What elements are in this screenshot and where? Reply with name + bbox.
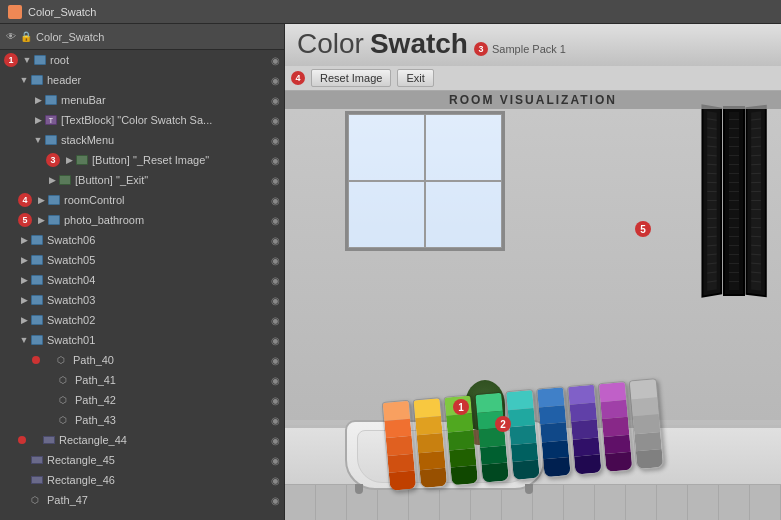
- tree-label-Path_40: Path_40: [73, 354, 271, 366]
- swatch-card-5[interactable]: [536, 386, 572, 478]
- eye-btn-stackMenu[interactable]: ◉: [271, 135, 280, 146]
- tree-label-photo_bathroom: photo_bathroom: [64, 214, 271, 226]
- tree-item-Swatch03[interactable]: Swatch03◉: [0, 290, 284, 310]
- tree-arrow-Swatch04[interactable]: [18, 275, 30, 285]
- badge-photo_bathroom: 5: [18, 213, 32, 227]
- tree-arrow-header[interactable]: [18, 75, 30, 85]
- tree-arrow-Swatch01[interactable]: [18, 335, 30, 345]
- tree-item-Path_43[interactable]: ⬡Path_43◉: [0, 410, 284, 430]
- node-icon-photo_bathroom: [47, 214, 61, 226]
- app-icon: [8, 5, 22, 19]
- tree-item-Path_47[interactable]: ⬡Path_47◉: [0, 490, 284, 510]
- node-icon-Rectangle_44: [42, 434, 56, 446]
- swatch-card-4[interactable]: [505, 389, 541, 481]
- tree-container[interactable]: 1root◉header◉menuBar◉T[TextBlock] "Color…: [0, 50, 284, 520]
- eye-btn-Path_42[interactable]: ◉: [271, 395, 280, 406]
- tree-item-Rectangle_44[interactable]: Rectangle_44◉: [0, 430, 284, 450]
- reset-image-button[interactable]: Reset Image: [311, 69, 391, 87]
- node-icon-Path_42: ⬡: [58, 394, 72, 406]
- swatch-stripe: [481, 463, 508, 483]
- eye-btn-root[interactable]: ◉: [271, 55, 280, 66]
- node-icon-Swatch01: [30, 334, 44, 346]
- tree-arrow-Swatch02[interactable]: [18, 315, 30, 325]
- tree-arrow-menuBar[interactable]: [32, 95, 44, 105]
- swatch-card-6[interactable]: [567, 384, 603, 476]
- eye-btn-photo_bathroom[interactable]: ◉: [271, 215, 280, 226]
- tree-item-Path_41[interactable]: ⬡Path_41◉: [0, 370, 284, 390]
- tree-arrow-textblock[interactable]: [32, 115, 44, 125]
- eye-btn-Rectangle_45[interactable]: ◉: [271, 455, 280, 466]
- swatch-card-1[interactable]: [412, 397, 448, 489]
- tree-item-Swatch06[interactable]: Swatch06◉: [0, 230, 284, 250]
- eye-btn-Rectangle_44[interactable]: ◉: [271, 435, 280, 446]
- tree-label-Rectangle_45: Rectangle_45: [47, 454, 271, 466]
- eye-btn-Swatch03[interactable]: ◉: [271, 295, 280, 306]
- eye-btn-Path_41[interactable]: ◉: [271, 375, 280, 386]
- main-layout: 👁 🔒 Color_Swatch 1root◉header◉menuBar◉T[…: [0, 24, 781, 520]
- app-title: Color Swatch 3 Sample Pack 1: [297, 28, 566, 60]
- sample-pack-text: Sample Pack 1: [492, 43, 566, 55]
- tree-label-root: root: [50, 54, 271, 66]
- tree-arrow-Swatch05[interactable]: [18, 255, 30, 265]
- node-icon-root: [33, 54, 47, 66]
- eye-btn-Swatch04[interactable]: ◉: [271, 275, 280, 286]
- panel-eye-icon[interactable]: 👁: [6, 31, 16, 42]
- tree-item-Path_40[interactable]: ⬡Path_40◉: [0, 350, 284, 370]
- panel-lock-icon[interactable]: 🔒: [20, 31, 32, 42]
- tree-arrow-stackMenu[interactable]: [32, 135, 44, 145]
- eye-btn-btn_exit[interactable]: ◉: [271, 175, 280, 186]
- tree-arrow-btn_exit[interactable]: [46, 175, 58, 185]
- badge-btn_reset: 3: [46, 153, 60, 167]
- eye-btn-Rectangle_46[interactable]: ◉: [271, 475, 280, 486]
- tree-item-header[interactable]: header◉: [0, 70, 284, 90]
- toolbar-badge: 4: [291, 71, 305, 85]
- tree-item-Swatch01[interactable]: Swatch01◉: [0, 330, 284, 350]
- eye-btn-textblock[interactable]: ◉: [271, 115, 280, 126]
- tree-arrow-roomControl[interactable]: [35, 195, 47, 205]
- tree-item-btn_reset[interactable]: 3[Button] "_Reset Image"◉: [0, 150, 284, 170]
- eye-btn-roomControl[interactable]: ◉: [271, 195, 280, 206]
- tree-item-Rectangle_46[interactable]: Rectangle_46◉: [0, 470, 284, 490]
- tree-label-Swatch01: Swatch01: [47, 334, 271, 346]
- tree-item-Rectangle_45[interactable]: Rectangle_45◉: [0, 450, 284, 470]
- tree-item-root[interactable]: 1root◉: [0, 50, 284, 70]
- right-panel: Color Swatch 3 Sample Pack 1 4 Reset Ima…: [285, 24, 781, 520]
- swatch-card-7[interactable]: [598, 381, 634, 473]
- tree-arrow-root[interactable]: [21, 55, 33, 65]
- tree-label-btn_reset: [Button] "_Reset Image": [92, 154, 271, 166]
- eye-btn-Path_40[interactable]: ◉: [271, 355, 280, 366]
- tree-label-Path_41: Path_41: [75, 374, 271, 386]
- eye-btn-Swatch02[interactable]: ◉: [271, 315, 280, 326]
- tree-label-header: header: [47, 74, 271, 86]
- tree-label-btn_exit: [Button] "_Exit": [75, 174, 271, 186]
- eye-btn-header[interactable]: ◉: [271, 75, 280, 86]
- tree-item-textblock[interactable]: T[TextBlock] "Color Swatch Sa...◉: [0, 110, 284, 130]
- eye-btn-menuBar[interactable]: ◉: [271, 95, 280, 106]
- eye-btn-Path_47[interactable]: ◉: [271, 495, 280, 506]
- eye-btn-Swatch05[interactable]: ◉: [271, 255, 280, 266]
- tree-item-Path_42[interactable]: ⬡Path_42◉: [0, 390, 284, 410]
- sample-pack-badge: 3: [474, 42, 488, 56]
- swatch-card-3[interactable]: [474, 392, 510, 484]
- tree-arrow-photo_bathroom[interactable]: [35, 215, 47, 225]
- tree-arrow-Swatch06[interactable]: [18, 235, 30, 245]
- tree-item-photo_bathroom[interactable]: 5photo_bathroom◉: [0, 210, 284, 230]
- exit-button[interactable]: Exit: [397, 69, 433, 87]
- eye-btn-Swatch06[interactable]: ◉: [271, 235, 280, 246]
- tree-arrow-Swatch03[interactable]: [18, 295, 30, 305]
- tree-item-Swatch02[interactable]: Swatch02◉: [0, 310, 284, 330]
- room-visualization-label: ROOM VISUALIZATION: [285, 91, 781, 109]
- node-icon-menuBar: [44, 94, 58, 106]
- eye-btn-Swatch01[interactable]: ◉: [271, 335, 280, 346]
- tree-item-Swatch05[interactable]: Swatch05◉: [0, 250, 284, 270]
- node-icon-Rectangle_46: [30, 474, 44, 486]
- tree-item-btn_exit[interactable]: [Button] "_Exit"◉: [0, 170, 284, 190]
- tree-item-Swatch04[interactable]: Swatch04◉: [0, 270, 284, 290]
- eye-btn-Path_43[interactable]: ◉: [271, 415, 280, 426]
- tree-item-roomControl[interactable]: 4roomControl◉: [0, 190, 284, 210]
- tree-item-menuBar[interactable]: menuBar◉: [0, 90, 284, 110]
- tree-arrow-btn_reset[interactable]: [63, 155, 75, 165]
- eye-btn-btn_reset[interactable]: ◉: [271, 155, 280, 166]
- window-pane-4: [425, 181, 502, 248]
- tree-item-stackMenu[interactable]: stackMenu◉: [0, 130, 284, 150]
